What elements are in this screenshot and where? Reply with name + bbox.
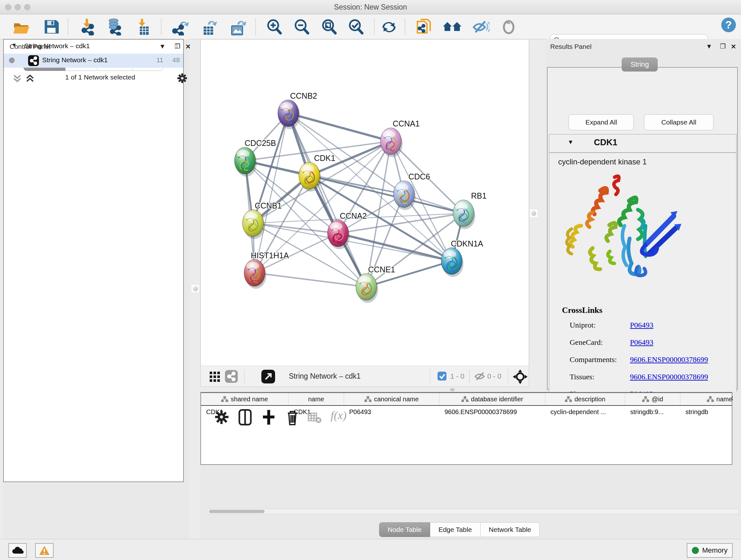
add-column-icon[interactable] [260, 409, 278, 426]
zoom-selected-button[interactable] [347, 18, 365, 36]
import-table-file-button[interactable] [133, 18, 152, 36]
window-title: Session: New Session [0, 0, 741, 14]
crosslink-value-link[interactable]: 9606.ENSP00000378699 [630, 373, 708, 381]
tab-string[interactable]: String [622, 57, 658, 71]
hidden-eye-icon[interactable] [474, 372, 485, 381]
close-panel-icon[interactable]: ✕ [731, 43, 736, 51]
table-panel: Table Panel ▼ ❐ ✕ f(x) shared namenameca… [200, 392, 741, 539]
column-header--id[interactable]: @id [625, 393, 680, 405]
table-cell[interactable]: 9606.ENSP00000378699 [440, 408, 545, 416]
node-label-HIST1H1A: HIST1H1A [251, 251, 289, 260]
network-options-gear-icon[interactable] [176, 72, 188, 84]
node-label-CDK1: CDK1 [314, 153, 335, 163]
collapse-gene-icon[interactable]: ▼ [568, 139, 574, 145]
share-view-icon[interactable] [225, 370, 239, 383]
float-panel-icon[interactable]: ❐ [720, 43, 726, 50]
grid-view-icon[interactable] [209, 371, 222, 382]
export-network-button[interactable] [172, 18, 190, 36]
network-collection-row[interactable]: ▼ String Network – cdk1 1 [4, 40, 183, 54]
open-session-button[interactable] [12, 18, 30, 36]
table-cell[interactable]: P06493 [344, 408, 440, 416]
toolbar-separator [255, 19, 256, 35]
left-splitter-handle[interactable] [191, 284, 200, 293]
column-header-namespace[interactable]: namespace [680, 393, 732, 405]
help-button[interactable]: ? [721, 17, 739, 34]
import-network-database-button[interactable] [105, 18, 124, 36]
node-CCNA2[interactable] [327, 220, 350, 249]
column-header-database-identifier[interactable]: database identifier [440, 393, 545, 405]
cloud-status-button[interactable] [8, 543, 27, 558]
network-row-selected[interactable]: String Network – cdk1 11 48 [4, 54, 183, 68]
column-header-canonical-name[interactable]: canonical name [344, 393, 440, 405]
string-network-icon [28, 55, 39, 66]
node-CCNE1[interactable] [356, 273, 378, 303]
node-table[interactable]: shared namenamecanonical namedatabase id… [200, 392, 732, 465]
show-panel-eye-icon[interactable] [500, 18, 518, 36]
show-columns-icon[interactable] [237, 409, 254, 426]
memory-button[interactable]: Memory [687, 543, 733, 558]
title-bar: Session: New Session [0, 0, 741, 14]
node-CDC6[interactable] [394, 181, 416, 210]
control-panel: Control Panel ▼ ❐ ✕ NetworkStyleSelectSe… [3, 39, 189, 539]
horizontal-splitter-handle[interactable] [450, 388, 455, 391]
edge-HIST1H1A-CCNE1[interactable] [255, 273, 366, 287]
edge-CCNB2-CCNE1[interactable] [288, 113, 366, 287]
home-button[interactable] [442, 18, 461, 36]
right-splitter-handle[interactable] [529, 209, 538, 218]
gene-symbol: CDK1 [594, 138, 617, 147]
node-label-CCNB1: CCNB1 [255, 201, 282, 210]
export-table-button[interactable] [200, 18, 218, 36]
collapse-all-button[interactable]: Collapse All [644, 114, 714, 130]
table-cell[interactable]: cyclin-dependent ... [545, 408, 625, 416]
refresh-button[interactable] [380, 18, 398, 36]
tab-node-table[interactable]: Node Table [379, 522, 430, 537]
clone-network-button[interactable] [415, 18, 434, 36]
zoom-fit-button[interactable] [320, 18, 338, 36]
network-canvas[interactable]: CCNB2CCNA1CDC25BCDK1CDC6RB1CCNB1CCNA2CDK… [200, 40, 529, 366]
column-header-name[interactable]: name [288, 393, 344, 405]
scrollbar-thumb[interactable] [209, 510, 265, 513]
tab-network-table[interactable]: Network Table [481, 522, 540, 537]
crosslink-value-link[interactable]: P06493 [630, 338, 653, 347]
collapse-panel-icon[interactable]: ▼ [706, 43, 712, 50]
node-HIST1H1A[interactable] [244, 260, 266, 289]
warnings-button[interactable] [35, 543, 54, 558]
results-panel-title: Results Panel [550, 43, 592, 51]
memory-label: Memory [702, 546, 727, 555]
application-window: Session: New Session [0, 0, 741, 560]
network-selection-summary: 1 of 1 Network selected [43, 73, 158, 81]
delete-column-icon[interactable] [284, 409, 301, 426]
detach-view-icon[interactable] [261, 370, 275, 384]
birdseye-crosshair-icon[interactable] [513, 369, 528, 384]
crosslink-value-link[interactable]: P06493 [630, 321, 653, 329]
column-header-shared-name[interactable]: shared name [201, 393, 288, 405]
node-CDKN1A[interactable] [441, 248, 464, 277]
export-image-button[interactable] [228, 18, 247, 36]
table-horizontal-scrollbar[interactable] [207, 509, 739, 514]
close-panel-icon[interactable]: ✕ [185, 43, 191, 51]
collapse-all-networks-icon[interactable] [12, 73, 23, 84]
gene-card-header[interactable]: ▼ CDK1 [549, 134, 736, 153]
node-RB1[interactable] [453, 200, 475, 229]
table-row[interactable]: CDK1CDK1P064939606.ENSP00000378699cyclin… [201, 406, 732, 418]
node-CCNB2[interactable] [278, 100, 300, 129]
table-cell[interactable]: stringdb:9... [625, 408, 680, 416]
column-header-description[interactable]: description [545, 393, 625, 405]
edge-CCNB2-HIST1H1A[interactable] [255, 113, 288, 273]
table-cell[interactable]: stringdb [680, 408, 732, 416]
table-options-gear-icon[interactable] [213, 409, 230, 426]
edge-CCNB1-CCNA2[interactable] [253, 223, 338, 233]
tab-edge-table[interactable]: Edge Table [430, 522, 481, 537]
import-network-file-button[interactable] [78, 18, 97, 36]
zoom-in-button[interactable] [265, 18, 283, 36]
save-session-button[interactable] [42, 18, 61, 36]
node-label-RB1: RB1 [471, 191, 487, 200]
expand-all-button[interactable]: Expand All [569, 114, 634, 130]
zoom-out-button[interactable] [292, 18, 311, 36]
node-CCNB1[interactable] [243, 210, 265, 239]
selected-checkbox-icon[interactable] [437, 372, 447, 381]
hide-panel-eye-icon[interactable] [471, 18, 489, 36]
crosslink-value-link[interactable]: 9606.ENSP00000378699 [630, 355, 708, 364]
expand-collection-icon[interactable]: ▼ [11, 42, 17, 49]
expand-all-networks-icon[interactable] [25, 73, 36, 84]
